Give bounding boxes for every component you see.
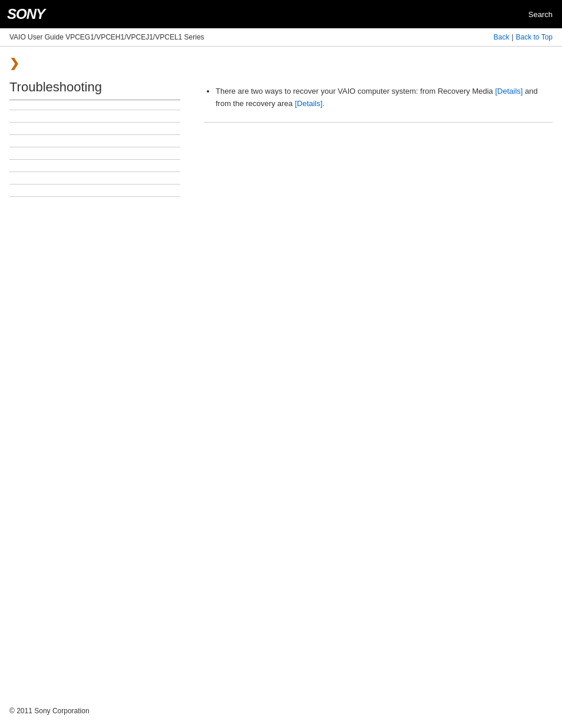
details-link-1[interactable]: [Details] xyxy=(495,87,523,95)
header: SONY Search xyxy=(0,0,562,28)
content-inner: There are two ways to recover your VAIO … xyxy=(204,56,553,123)
content-list: There are two ways to recover your VAIO … xyxy=(204,85,553,110)
nav-links: Back | Back to Top xyxy=(494,33,553,41)
list-item: There are two ways to recover your VAIO … xyxy=(216,85,553,110)
search-button[interactable]: Search xyxy=(528,10,553,19)
sidebar-nav-item[interactable] xyxy=(9,147,180,160)
sidebar: ❯ Troubleshooting xyxy=(9,56,192,695)
sidebar-nav-item[interactable] xyxy=(9,123,180,135)
content-area: There are two ways to recover your VAIO … xyxy=(192,56,553,695)
chevron-icon: ❯ xyxy=(9,56,180,70)
main-layout: ❯ Troubleshooting There are two ways to … xyxy=(0,47,562,695)
content-separator xyxy=(204,122,553,123)
footer: © 2011 Sony Corporation xyxy=(0,695,562,727)
sidebar-nav-item[interactable] xyxy=(9,185,180,197)
guide-title: VAIO User Guide VPCEG1/VPCEH1/VPCEJ1/VPC… xyxy=(9,33,204,41)
details-link-2[interactable]: [Details]. xyxy=(295,99,325,108)
sidebar-nav-item[interactable] xyxy=(9,135,180,147)
sidebar-nav-item[interactable] xyxy=(9,160,180,172)
section-heading: Troubleshooting xyxy=(9,80,180,100)
bullet-text: There are two ways to recover your VAIO … xyxy=(216,87,493,95)
copyright-text: © 2011 Sony Corporation xyxy=(9,707,90,715)
sidebar-nav-item[interactable] xyxy=(9,172,180,185)
nav-separator: | xyxy=(511,33,513,41)
breadcrumb-bar: VAIO User Guide VPCEG1/VPCEH1/VPCEJ1/VPC… xyxy=(0,28,562,47)
back-to-top-link[interactable]: Back to Top xyxy=(516,33,553,41)
back-link[interactable]: Back xyxy=(494,33,510,41)
sidebar-nav-item[interactable] xyxy=(9,110,180,123)
sony-logo: SONY xyxy=(7,6,45,22)
